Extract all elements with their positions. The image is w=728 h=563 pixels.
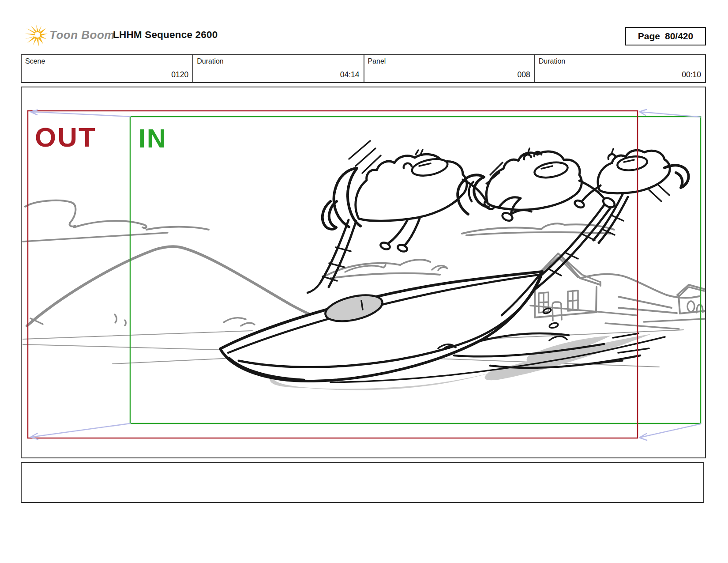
camera-arrow-top-right — [639, 110, 701, 117]
panel-duration-value: 00:10 — [682, 70, 701, 79]
caption-box — [21, 462, 704, 503]
info-cell-scene: Scene 0120 — [22, 55, 192, 82]
panel-duration-label: Duration — [539, 57, 565, 65]
character-2 — [458, 148, 616, 292]
toonboom-logo-icon — [24, 25, 48, 47]
kayak — [220, 272, 542, 381]
info-cell-scene-duration: Duration 04:14 — [192, 55, 363, 82]
camera-arrow-bottom-right — [639, 424, 701, 440]
character-1 — [308, 141, 495, 293]
out-label: OUT — [35, 122, 97, 152]
character-3 — [574, 149, 689, 243]
panel-label: Panel — [368, 57, 386, 65]
scene-label: Scene — [25, 57, 45, 65]
scene-value: 0120 — [171, 70, 188, 79]
scene-duration-label: Duration — [197, 57, 223, 65]
logo-wordmark: Toon Boom — [49, 28, 115, 42]
page: { "header": { "logo_text": "Toon Boom", … — [0, 0, 728, 563]
page-number-box: Page 80/420 — [625, 27, 706, 45]
house-sketch — [530, 253, 636, 321]
info-bar: Scene 0120 Duration 04:14 Panel 008 Dura… — [21, 54, 706, 83]
info-cell-panel-duration: Duration 00:10 — [534, 55, 705, 82]
camera-arrow-bottom-left — [30, 423, 130, 439]
storyboard-drawing: OUT IN — [22, 87, 705, 457]
info-cell-panel: Panel 008 — [364, 55, 534, 82]
panel-value: 008 — [518, 70, 530, 79]
in-label: IN — [139, 124, 167, 153]
storyboard-panel: OUT IN — [21, 87, 706, 458]
page-label: Page — [638, 31, 660, 42]
page-value: 80/420 — [665, 31, 693, 42]
scene-duration-value: 04:14 — [340, 70, 360, 79]
sequence-title: LHHM Sequence 2600 — [113, 29, 218, 41]
